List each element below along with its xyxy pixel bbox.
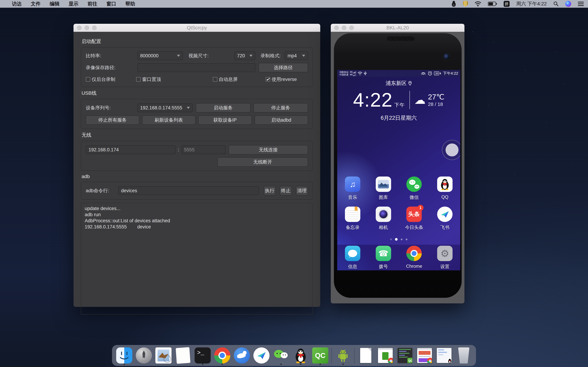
dock-wechat[interactable] <box>273 347 289 364</box>
minimize-button[interactable] <box>342 25 346 30</box>
menu-clock[interactable]: 周六 下午4:22 <box>516 0 547 7</box>
dock-seal-app[interactable] <box>233 347 250 364</box>
wireless-connect-button[interactable]: 无线连接 <box>229 145 308 154</box>
battery-icon[interactable] <box>488 1 497 6</box>
checkbox-checked-box: ✔ <box>266 77 270 82</box>
dock-scrcpy[interactable] <box>335 347 351 364</box>
dock-minimized-qq-window[interactable] <box>436 347 453 364</box>
assistive-touch-ball[interactable] <box>442 140 460 160</box>
app-camera[interactable]: 相机 <box>368 207 399 231</box>
battery-indicator: 38 <box>434 71 441 75</box>
zoom-button[interactable] <box>349 25 354 30</box>
code-window-thumbnail: QC <box>398 348 412 363</box>
checkbox-window-topmost[interactable]: 窗口置顶 <box>136 76 161 83</box>
front-camera <box>443 53 450 60</box>
wireless-ip-input[interactable] <box>86 145 176 154</box>
dock-launchpad[interactable] <box>135 347 152 364</box>
zoom-button[interactable] <box>92 25 97 30</box>
device-serial-combo[interactable]: 192.168.0.174:5555 <box>137 103 193 112</box>
app-notes[interactable]: 备忘录 <box>337 207 368 231</box>
app-feishu[interactable]: 飞书 <box>429 207 460 231</box>
checkbox-auto-screen-off[interactable]: 自动息屏 <box>213 76 238 83</box>
document-thumbnail <box>360 348 371 363</box>
penguin-icon[interactable] <box>451 1 456 7</box>
dock-minimized-document[interactable] <box>357 347 374 364</box>
adb-command-input[interactable] <box>118 186 259 195</box>
status-bar-clock: 下午4:22 <box>443 71 458 76</box>
search-icon[interactable] <box>553 1 559 7</box>
dock-qq[interactable] <box>292 347 309 364</box>
android-screen[interactable]: 优酷移动 中国联通 3G 4G <box>337 70 460 270</box>
phone-titlebar[interactable]: BKL-AL20 <box>331 24 465 32</box>
get-device-ip-button[interactable]: 获取设备IP <box>198 115 252 125</box>
dock-paper-plane-app[interactable] <box>253 347 270 364</box>
chrome-badge-icon <box>388 358 393 363</box>
dock-chrome[interactable] <box>214 347 231 364</box>
terminate-button[interactable]: 终止 <box>280 186 292 195</box>
app-qq[interactable]: QQ <box>429 176 460 200</box>
dock-notes[interactable] <box>175 347 191 364</box>
checkbox-background-record[interactable]: 仅后台录制 <box>86 76 115 83</box>
temperature: 27℃ <box>428 93 444 101</box>
dock-terminal[interactable]: >_ <box>194 347 211 364</box>
record-path-input[interactable] <box>137 63 255 72</box>
adb-command-label: adb命令行: <box>86 188 118 194</box>
dock-qtcreator[interactable]: QC <box>312 347 329 364</box>
close-button[interactable] <box>334 25 339 30</box>
shield-icon[interactable] <box>463 1 468 7</box>
video-size-combo[interactable]: 720 <box>234 51 255 60</box>
refresh-device-list-button[interactable]: 刷新设备列表 <box>142 115 196 125</box>
menu-go[interactable]: 前往 <box>87 0 97 7</box>
app-toutiao[interactable]: 头条 1 今日头条 <box>399 207 430 231</box>
dock-separator <box>354 347 355 364</box>
dock-finder[interactable] <box>116 347 133 364</box>
start-service-button[interactable]: 启动服务 <box>196 103 251 113</box>
app-wechat[interactable]: 微信 <box>399 176 430 200</box>
menu-finder[interactable]: 访达 <box>12 0 22 7</box>
dock-minimized-chrome-window[interactable] <box>377 347 394 364</box>
clock-weather-widget[interactable]: 浦东新区 4:22 下午 ☁ 27℃ 28 / 18 <box>337 80 460 122</box>
dock-trash[interactable] <box>455 347 472 364</box>
app-dialer[interactable]: ☎ 拨号 <box>368 246 399 270</box>
app-messages[interactable]: 信息 <box>337 246 368 270</box>
input-method-icon[interactable]: 拼 <box>504 1 510 7</box>
checkbox-use-reverse[interactable]: ✔ 使用reverse <box>266 76 297 83</box>
wireless-disconnect-button[interactable]: 无线断开 <box>217 157 308 167</box>
adb-log-output[interactable]: update devices... adb run AdbProcess::ou… <box>81 203 313 315</box>
qtscrcpy-titlebar[interactable]: QtScrcpy <box>73 24 320 32</box>
adb-group: adb命令行: 执行 终止 清理 <box>81 182 313 200</box>
choose-path-button[interactable]: 选择路径 <box>259 63 308 72</box>
menu-help[interactable]: 帮助 <box>125 0 135 7</box>
record-format-combo[interactable]: mp4 <box>285 51 308 60</box>
dock-minimized-webpage-window[interactable] <box>416 347 433 364</box>
stop-all-services-button[interactable]: 停止所有服务 <box>86 115 139 125</box>
wireless-port-input[interactable] <box>181 145 226 154</box>
stop-service-button[interactable]: 停止服务 <box>253 103 308 113</box>
clear-button[interactable]: 清理 <box>296 186 308 195</box>
macos-dock: >_ QC <box>112 345 476 366</box>
app-gallery[interactable]: 图库 <box>368 176 399 200</box>
mail-stamp-icon <box>156 347 172 364</box>
siri-icon[interactable] <box>565 1 571 7</box>
dock-minimized-qtcreator-window[interactable]: QC <box>397 347 413 364</box>
wifi-icon <box>357 71 363 75</box>
phone-mirror-window: BKL-AL20 优酷移动 中国联通 3G 4G <box>331 24 465 303</box>
dock-mail[interactable] <box>155 347 172 364</box>
menu-window[interactable]: 窗口 <box>106 0 116 7</box>
app-music[interactable]: ♫ 音乐 <box>337 176 368 200</box>
close-button[interactable] <box>77 25 82 30</box>
gallery-photo-icon <box>378 180 389 188</box>
app-chrome[interactable]: Chrome <box>399 246 430 270</box>
app-settings[interactable]: ⚙ 设置 <box>429 246 460 270</box>
menu-file[interactable]: 文件 <box>31 0 41 7</box>
execute-button[interactable]: 执行 <box>264 186 276 195</box>
notification-center-icon[interactable] <box>578 1 584 6</box>
charging-bolt-icon <box>440 72 441 75</box>
menu-edit[interactable]: 编辑 <box>50 0 60 7</box>
home-page-dots[interactable] <box>337 238 460 241</box>
wifi-icon[interactable] <box>475 1 481 7</box>
start-adbd-button[interactable]: 启动adbd <box>255 115 308 125</box>
menu-view[interactable]: 显示 <box>69 0 78 7</box>
minimize-button[interactable] <box>85 25 89 30</box>
bitrate-combo[interactable]: 8000000 <box>137 51 183 60</box>
